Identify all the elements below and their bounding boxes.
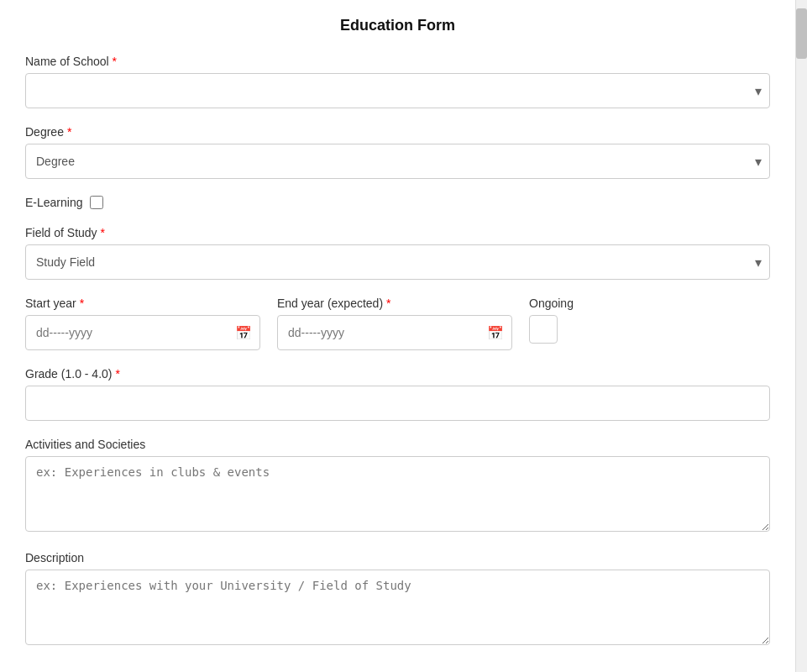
form-title: Education Form — [25, 17, 770, 34]
elearning-checkbox[interactable] — [90, 196, 103, 209]
end-year-input[interactable] — [277, 315, 512, 350]
grade-label: Grade (1.0 - 4.0) * — [25, 367, 770, 381]
degree-select[interactable]: Degree — [25, 144, 770, 179]
school-name-select[interactable] — [25, 73, 770, 108]
end-year-input-wrapper: 📅 — [277, 315, 512, 350]
description-textarea[interactable] — [25, 570, 770, 645]
description-label-text: Description — [25, 551, 84, 564]
date-row: Start year * 📅 End year (expected) * 📅 — [25, 297, 770, 350]
description-label: Description — [25, 551, 770, 564]
end-year-required: * — [386, 297, 390, 310]
grade-required: * — [116, 367, 120, 381]
start-year-input[interactable] — [25, 315, 260, 350]
school-name-group: Name of School * ▾ — [25, 55, 770, 108]
end-year-label: End year (expected) * — [277, 297, 512, 310]
activities-label-text: Activities and Societies — [25, 438, 145, 451]
start-year-required: * — [80, 297, 84, 310]
field-of-study-label: Field of Study * — [25, 226, 770, 239]
field-of-study-group: Field of Study * Study Field ▾ — [25, 226, 770, 280]
description-group: Description — [25, 551, 770, 648]
grade-label-text: Grade (1.0 - 4.0) — [25, 367, 113, 381]
grade-input[interactable] — [25, 386, 770, 421]
school-name-required: * — [113, 55, 117, 68]
end-year-label-text: End year (expected) — [277, 297, 383, 310]
elearning-label: E-Learning — [25, 196, 83, 209]
end-year-group: End year (expected) * 📅 — [277, 297, 512, 350]
ongoing-group: Ongoing — [529, 297, 574, 344]
school-name-label-text: Name of School — [25, 55, 109, 68]
scrollbar-thumb[interactable] — [796, 8, 807, 59]
field-of-study-label-text: Field of Study — [25, 226, 97, 239]
form-container: Education Form Name of School * ▾ Degree… — [0, 0, 795, 672]
field-of-study-required: * — [101, 226, 105, 239]
ongoing-label: Ongoing — [529, 297, 574, 310]
degree-select-wrapper: Degree ▾ — [25, 144, 770, 179]
school-name-select-wrapper: ▾ — [25, 73, 770, 108]
activities-textarea[interactable] — [25, 456, 770, 532]
activities-group: Activities and Societies — [25, 438, 770, 534]
start-year-label: Start year * — [25, 297, 260, 310]
elearning-group: E-Learning — [25, 196, 770, 209]
degree-label-text: Degree — [25, 125, 64, 139]
start-year-group: Start year * 📅 — [25, 297, 260, 350]
start-year-label-text: Start year — [25, 297, 76, 310]
school-name-label: Name of School * — [25, 55, 770, 68]
degree-label: Degree * — [25, 125, 770, 139]
degree-required: * — [67, 125, 71, 139]
scrollbar[interactable] — [795, 0, 807, 672]
activities-label: Activities and Societies — [25, 438, 770, 451]
grade-group: Grade (1.0 - 4.0) * — [25, 367, 770, 421]
start-year-input-wrapper: 📅 — [25, 315, 260, 350]
ongoing-checkbox[interactable] — [529, 315, 558, 344]
page-wrapper: Education Form Name of School * ▾ Degree… — [0, 0, 807, 672]
field-of-study-select[interactable]: Study Field — [25, 244, 770, 280]
degree-group: Degree * Degree ▾ — [25, 125, 770, 179]
field-of-study-select-wrapper: Study Field ▾ — [25, 244, 770, 280]
